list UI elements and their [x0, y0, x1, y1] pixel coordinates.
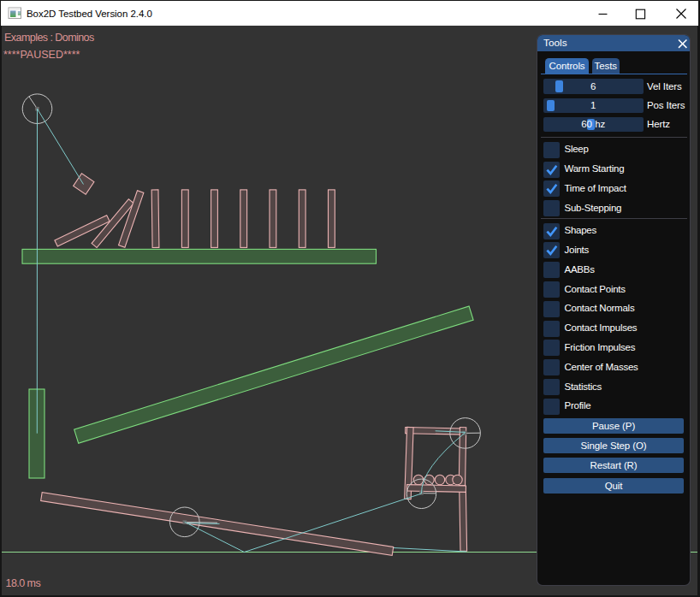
- svg-text:18.0 ms: 18.0 ms: [6, 577, 41, 589]
- svg-text:Examples : Dominos: Examples : Dominos: [4, 32, 94, 44]
- svg-text:****PAUSED****: ****PAUSED****: [3, 49, 80, 61]
